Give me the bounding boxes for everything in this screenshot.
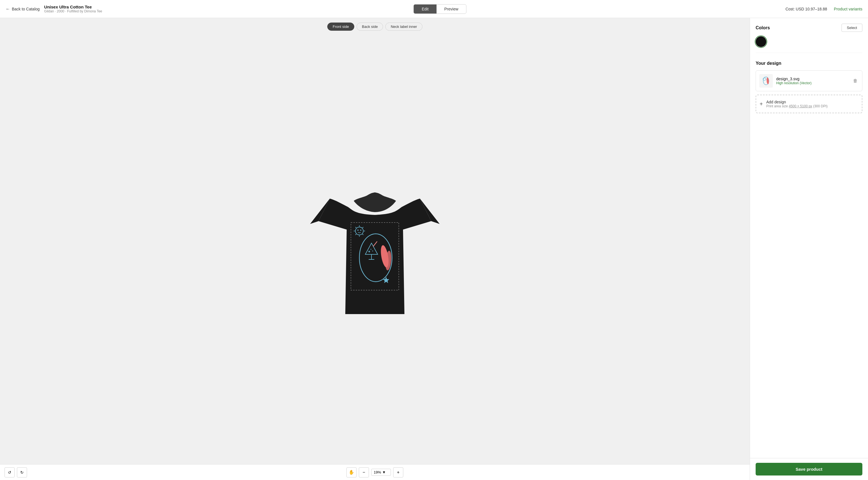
header-right: Cost: USD 10.97–18.88 Product variants — [778, 7, 862, 11]
redo-button[interactable]: ↻ — [17, 467, 27, 477]
product-subtitle: Gildan · 2000 · Fulfilled by Dimona Tee — [44, 9, 102, 13]
design-quality: High resolution (Vector) — [776, 81, 848, 85]
edit-tab[interactable]: Edit — [414, 4, 436, 13]
add-design-sub-prefix: Print area size — [766, 104, 789, 108]
header-left: ← Back to Catalog Unisex Ultra Cotton Te… — [6, 4, 102, 13]
zoom-in-icon: + — [397, 470, 399, 475]
right-panel-content: Colors Select Your design — [750, 18, 868, 458]
colors-title: Colors — [756, 25, 770, 30]
add-design-sub-size: 4500 × 5100 px — [789, 104, 812, 108]
tshirt-canvas[interactable] — [0, 34, 750, 464]
color-swatch-black[interactable] — [756, 36, 766, 47]
undo-button[interactable]: ↺ — [4, 467, 14, 477]
header-center: Edit Preview — [102, 4, 778, 14]
redo-icon: ↻ — [20, 470, 24, 475]
bottom-toolbar: ↺ ↻ ✋ − 19% ▼ + — [0, 464, 750, 480]
colors-select-button[interactable]: Select — [841, 24, 862, 32]
undo-icon: ↺ — [8, 470, 11, 475]
canvas-area: Front side Back side Neck label inner — [0, 18, 750, 480]
zoom-display[interactable]: 19% ▼ — [371, 469, 391, 476]
pan-tool-button[interactable]: ✋ — [346, 467, 356, 477]
right-panel-footer: Save product — [750, 458, 868, 480]
svg-point-19 — [372, 250, 373, 251]
save-product-button[interactable]: Save product — [756, 463, 862, 476]
design-name: design_3.svg — [776, 77, 848, 81]
design-item: design_3.svg High resolution (Vector) 🗑 — [756, 70, 862, 91]
right-panel: Colors Select Your design — [750, 18, 868, 480]
add-design-icon: + — [760, 101, 763, 107]
add-design-sub: Print area size 4500 × 5100 px (300 DPI) — [766, 104, 828, 108]
colors-section-header: Colors Select — [756, 24, 862, 32]
add-design-box[interactable]: + Add design Print area size 4500 × 5100… — [756, 95, 862, 113]
product-info: Unisex Ultra Cotton Tee Gildan · 2000 · … — [44, 4, 102, 13]
trash-icon: 🗑 — [853, 78, 858, 83]
neck-label-tab[interactable]: Neck label inner — [385, 23, 422, 31]
cost-label: Cost: USD 10.97–18.88 — [785, 7, 827, 11]
pan-icon: ✋ — [349, 470, 354, 475]
zoom-out-button[interactable]: − — [359, 467, 369, 477]
svg-point-12 — [360, 230, 361, 231]
add-design-label: Add design — [766, 100, 828, 104]
front-side-tab[interactable]: Front side — [327, 23, 354, 31]
zoom-in-button[interactable]: + — [393, 467, 403, 477]
back-side-tab[interactable]: Back side — [356, 23, 383, 31]
back-arrow-icon: ← — [6, 6, 10, 11]
toolbar-center: ✋ − 19% ▼ + — [346, 467, 403, 477]
design-thumbnail-svg — [761, 75, 772, 87]
preview-tab[interactable]: Preview — [437, 4, 466, 13]
product-title: Unisex Ultra Cotton Tee — [44, 4, 102, 9]
colors-row — [756, 36, 862, 53]
tshirt-image — [302, 171, 448, 328]
product-variants-link[interactable]: Product variants — [834, 7, 862, 11]
design-info: design_3.svg High resolution (Vector) — [776, 77, 848, 85]
svg-point-18 — [370, 249, 371, 250]
back-to-catalog-label: Back to Catalog — [12, 7, 40, 11]
zoom-level: 19% — [374, 470, 381, 474]
svg-point-11 — [358, 230, 359, 231]
back-to-catalog-link[interactable]: ← Back to Catalog — [6, 6, 40, 11]
zoom-out-icon: − — [363, 470, 365, 475]
edit-preview-tabs: Edit Preview — [413, 4, 466, 14]
design-thumbnail — [759, 74, 773, 88]
zoom-dropdown-icon: ▼ — [382, 470, 386, 474]
header: ← Back to Catalog Unisex Ultra Cotton Te… — [0, 0, 868, 18]
delete-design-button[interactable]: 🗑 — [852, 77, 859, 85]
view-tabs: Front side Back side Neck label inner — [0, 18, 750, 34]
main-content: Front side Back side Neck label inner — [0, 18, 868, 480]
your-design-title: Your design — [756, 61, 862, 66]
toolbar-left: ↺ ↻ — [4, 467, 27, 477]
svg-point-17 — [368, 251, 370, 252]
add-design-info: Add design Print area size 4500 × 5100 p… — [766, 100, 828, 108]
tshirt-container — [302, 171, 448, 328]
add-design-sub-suffix: (300 DPI) — [812, 104, 828, 108]
